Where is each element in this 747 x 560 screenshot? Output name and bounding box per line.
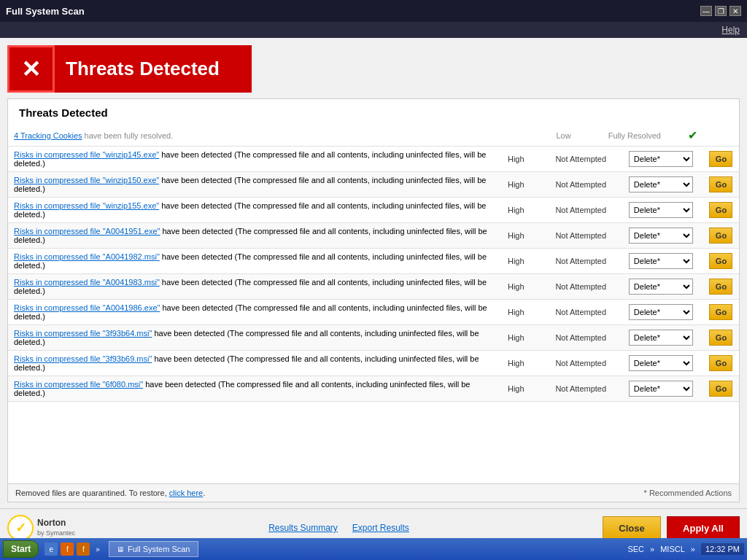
action-select[interactable]: Delete* Quarantine Exclude (629, 202, 693, 218)
severity-cell: High (493, 172, 539, 198)
results-summary-link[interactable]: Results Summary (268, 523, 338, 533)
go-cell: Go (703, 300, 739, 325)
action-select[interactable]: Delete* Quarantine Exclude (629, 253, 693, 269)
action-select[interactable]: Delete* Quarantine Exclude (629, 381, 693, 397)
start-button[interactable]: Start (3, 540, 39, 558)
action-select[interactable]: Delete* Quarantine Exclude (629, 228, 693, 244)
table-row: Risks in compressed file "winzip145.exe"… (8, 147, 739, 172)
action-cell: Delete* Quarantine Exclude (623, 172, 703, 198)
status-cell: Not Attempted (539, 274, 623, 300)
taskbar-arrow: » (96, 545, 100, 553)
threat-link[interactable]: Risks in compressed file "A0041983.msi" (14, 278, 160, 287)
taskbar-icons: e f f » (44, 542, 103, 556)
action-cell: Delete* Quarantine Exclude (623, 249, 703, 274)
threat-link[interactable]: Risks in compressed file "3f93b64.msi" (14, 329, 152, 338)
threat-link[interactable]: Risks in compressed file "winzip155.exe" (14, 201, 159, 210)
close-button[interactable]: Close (603, 516, 661, 540)
go-button[interactable]: Go (709, 279, 732, 295)
norton-sub: by Symantec (37, 529, 75, 538)
action-cell: Delete* Quarantine Exclude (623, 376, 703, 402)
severity-cell: Low (538, 125, 589, 147)
go-button[interactable]: Go (709, 151, 732, 167)
severity-cell: High (493, 325, 539, 351)
taskbar-arrow3: » (691, 545, 695, 553)
apply-all-button[interactable]: Apply All (667, 516, 740, 540)
taskbar-arrow2: » (650, 545, 654, 553)
action-select[interactable]: Delete* Quarantine Exclude (629, 176, 693, 192)
go-cell: Go (703, 198, 739, 223)
minimize-button[interactable]: — (700, 6, 712, 16)
go-button[interactable]: Go (709, 253, 732, 269)
go-button[interactable]: Go (709, 330, 732, 346)
severity-cell: High (493, 249, 539, 274)
action-select[interactable]: Delete* Quarantine Exclude (629, 151, 693, 167)
threat-description: have been fully resolved. (85, 131, 174, 140)
severity-cell: High (493, 300, 539, 325)
footer-links: Results Summary Export Results (268, 523, 409, 533)
action-cell: Delete* Quarantine Exclude (623, 198, 703, 223)
threat-link[interactable]: Risks in compressed file "winzip145.exe" (14, 150, 159, 159)
action-select[interactable]: Delete* Quarantine Exclude (629, 279, 693, 295)
go-button[interactable]: Go (709, 202, 732, 218)
title-bar: Full System Scan — ❐ ✕ (0, 0, 747, 22)
go-cell: Go (703, 325, 739, 351)
table-row: Risks in compressed file "3f93b64.msi" h… (8, 325, 739, 351)
threat-banner: ✕ Threats Detected (7, 45, 252, 93)
action-cell: Delete* Quarantine Exclude (623, 147, 703, 172)
taskbar-right: SEC » MISCL » 12:32 PM (627, 543, 744, 555)
threat-link[interactable]: Risks in compressed file "A0041986.exe" (14, 303, 160, 312)
severity-cell: High (493, 147, 539, 172)
quarantine-text: Removed files are quarantined. To restor… (15, 489, 169, 497)
go-cell: Go (703, 147, 739, 172)
taskbar-sec-label: SEC (627, 545, 644, 553)
severity-cell: High (493, 223, 539, 249)
taskbar-icon3[interactable]: f (77, 542, 90, 556)
action-select[interactable]: Delete* Quarantine Exclude (629, 330, 693, 346)
table-row: Risks in compressed file "winzip150.exe"… (8, 172, 739, 198)
status-cell: Not Attempted (539, 198, 623, 223)
go-button[interactable]: Go (709, 176, 732, 192)
content-area: Threats Detected 4 Tracking Cookies have… (7, 98, 740, 502)
threat-link[interactable]: Risks in compressed file "A0041951.exe" (14, 227, 160, 236)
norton-text: Norton by Symantec (37, 518, 75, 537)
threat-link[interactable]: Risks in compressed file "3f93b69.msi" (14, 354, 152, 363)
table-row: Risks in compressed file "A0041983.msi" … (8, 274, 739, 300)
go-cell: Go (703, 172, 739, 198)
table-row: Risks in compressed file "6f080.msi" hav… (8, 376, 739, 402)
threat-link[interactable]: Risks in compressed file "winzip150.exe" (14, 176, 159, 184)
table-row: Risks in compressed file "3f93b69.msi" h… (8, 351, 739, 376)
go-button[interactable]: Go (709, 381, 732, 397)
action-cell: Delete* Quarantine Exclude (623, 223, 703, 249)
threats-table-wrapper[interactable]: 4 Tracking Cookies have been fully resol… (8, 125, 739, 483)
restore-link[interactable]: click here (169, 489, 203, 497)
go-button[interactable]: Go (709, 228, 732, 244)
close-button[interactable]: ✕ (729, 6, 741, 16)
menu-bar: Help (0, 22, 747, 38)
threat-link[interactable]: Risks in compressed file "A0041982.msi" (14, 252, 160, 261)
severity-cell: High (493, 198, 539, 223)
threat-link[interactable]: Risks in compressed file "6f080.msi" (14, 380, 143, 389)
restore-button[interactable]: ❐ (715, 6, 727, 16)
taskbar-ie-icon[interactable]: e (44, 542, 58, 556)
threat-banner-heading: Threats Detected (55, 58, 231, 80)
help-link[interactable]: Help (721, 25, 740, 35)
taskbar-icon2[interactable]: f (61, 542, 74, 556)
action-cell: Delete* Quarantine Exclude (623, 274, 703, 300)
threat-link[interactable]: 4 Tracking Cookies (14, 131, 82, 140)
taskbar-active-window[interactable]: 🖥 Full System Scan (109, 541, 198, 557)
resolved-checkmark: ✔ (688, 129, 697, 141)
action-select[interactable]: Delete* Quarantine Exclude (629, 355, 693, 371)
severity-cell: High (493, 274, 539, 300)
action-cell: Delete* Quarantine Exclude (623, 300, 703, 325)
go-button[interactable]: Go (709, 304, 732, 320)
go-button[interactable]: Go (709, 355, 732, 371)
taskbar-time: 12:32 PM (701, 543, 744, 555)
taskbar: Start e f f » 🖥 Full System Scan SEC » M… (0, 538, 747, 560)
go-cell: Go (703, 274, 739, 300)
table-row: Risks in compressed file "A0041951.exe" … (8, 223, 739, 249)
export-results-link[interactable]: Export Results (352, 523, 409, 533)
norton-name: Norton (37, 518, 75, 529)
status-cell: Not Attempted (539, 172, 623, 198)
action-select[interactable]: Delete* Quarantine Exclude (629, 304, 693, 320)
threats-table: 4 Tracking Cookies have been fully resol… (8, 125, 739, 147)
